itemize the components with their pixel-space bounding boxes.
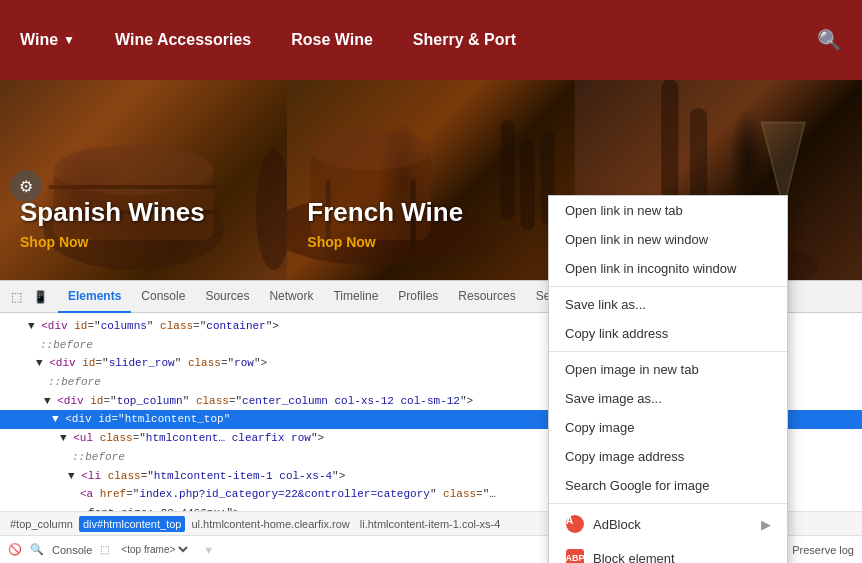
- breadcrumb-ul[interactable]: ul.htmlcontent-home.clearfix.row: [187, 516, 353, 532]
- hero-title-2: French Wine: [307, 197, 463, 228]
- nav-wine-arrow: ▼: [63, 33, 75, 47]
- breadcrumb-htmlcontent-top[interactable]: div#htmlcontent_top: [79, 516, 185, 532]
- nav-rose-label: Rose Wine: [291, 31, 373, 49]
- tab-timeline[interactable]: Timeline: [323, 281, 388, 313]
- hero-link-1[interactable]: Shop Now: [20, 234, 205, 250]
- gear-icon[interactable]: ⚙: [10, 170, 42, 202]
- nav-accessories-label: Wine Accessories: [115, 31, 251, 49]
- cm-open-image-tab[interactable]: Open image in new tab: [549, 355, 787, 384]
- console-label: Console: [52, 544, 92, 556]
- adblock-logo: A: [566, 515, 584, 533]
- hero-panel-french: French Wine Shop Now: [287, 80, 574, 280]
- devtools-mobile-icon[interactable]: 📱: [32, 289, 48, 305]
- cm-copy-image[interactable]: Copy image: [549, 413, 787, 442]
- tab-network[interactable]: Network: [259, 281, 323, 313]
- svg-point-8: [311, 130, 431, 170]
- tab-sources[interactable]: Sources: [195, 281, 259, 313]
- hero-text-1: Spanish Wines Shop Now: [20, 197, 205, 250]
- adblock-icon: A: [565, 514, 585, 534]
- cm-sep-3: [549, 503, 787, 504]
- tab-profiles[interactable]: Profiles: [388, 281, 448, 313]
- nav-wine[interactable]: Wine ▼: [20, 31, 75, 49]
- devtools-cursor-icon[interactable]: ⬚: [8, 289, 24, 305]
- svg-rect-3: [49, 185, 219, 189]
- nav-sherry-label: Sherry & Port: [413, 31, 516, 49]
- frame-selector[interactable]: <top frame>: [117, 543, 191, 556]
- nav-accessories[interactable]: Wine Accessories: [115, 31, 251, 49]
- tab-resources[interactable]: Resources: [448, 281, 525, 313]
- breadcrumb-top-column[interactable]: #top_column: [6, 516, 77, 532]
- search-icon[interactable]: 🔍: [30, 543, 44, 556]
- search-button[interactable]: 🔍: [817, 28, 842, 52]
- svg-rect-11: [501, 120, 515, 220]
- cm-save-link[interactable]: Save link as...: [549, 290, 787, 319]
- svg-point-5: [256, 150, 288, 270]
- preserve-log-label: Preserve log: [792, 544, 854, 556]
- context-menu: Open link in new tab Open link in new wi…: [548, 195, 788, 563]
- tab-elements[interactable]: Elements: [58, 281, 131, 313]
- cm-copy-link[interactable]: Copy link address: [549, 319, 787, 348]
- svg-rect-12: [521, 140, 535, 230]
- cm-open-link-incognito[interactable]: Open link in incognito window: [549, 254, 787, 283]
- breadcrumb-li[interactable]: li.htmlcontent-item-1.col-xs-4: [356, 516, 505, 532]
- cm-sep-2: [549, 351, 787, 352]
- abp-icon: ABP: [565, 548, 585, 563]
- hero-link-2[interactable]: Shop Now: [307, 234, 463, 250]
- nav-sherry[interactable]: Sherry & Port: [413, 31, 516, 49]
- nav-wine-label: Wine: [20, 31, 58, 49]
- cm-open-link-tab[interactable]: Open link in new tab: [549, 196, 787, 225]
- navbar: Wine ▼ Wine Accessories Rose Wine Sherry…: [0, 0, 862, 80]
- frame-icon[interactable]: ⬚: [100, 544, 109, 555]
- filter-icon[interactable]: 🚫: [8, 543, 22, 556]
- cm-search-google-image[interactable]: Search Google for image: [549, 471, 787, 500]
- devtools-icons: ⬚ 📱: [8, 289, 48, 305]
- cm-adblock-arrow: ▶: [761, 517, 771, 532]
- abp-logo: ABP: [566, 549, 584, 563]
- cm-copy-image-address[interactable]: Copy image address: [549, 442, 787, 471]
- cm-block-element[interactable]: ABP Block element: [549, 541, 787, 563]
- cm-save-image[interactable]: Save image as...: [549, 384, 787, 413]
- cm-adblock[interactable]: A AdBlock ▶: [549, 507, 787, 541]
- tab-console[interactable]: Console: [131, 281, 195, 313]
- cm-open-link-window[interactable]: Open link in new window: [549, 225, 787, 254]
- hero-title-1: Spanish Wines: [20, 197, 205, 228]
- cm-sep-1: [549, 286, 787, 287]
- nav-rose[interactable]: Rose Wine: [291, 31, 373, 49]
- hero-text-2: French Wine Shop Now: [307, 197, 463, 250]
- hero-panel-spanish: Spanish Wines Shop Now 2: [0, 80, 287, 280]
